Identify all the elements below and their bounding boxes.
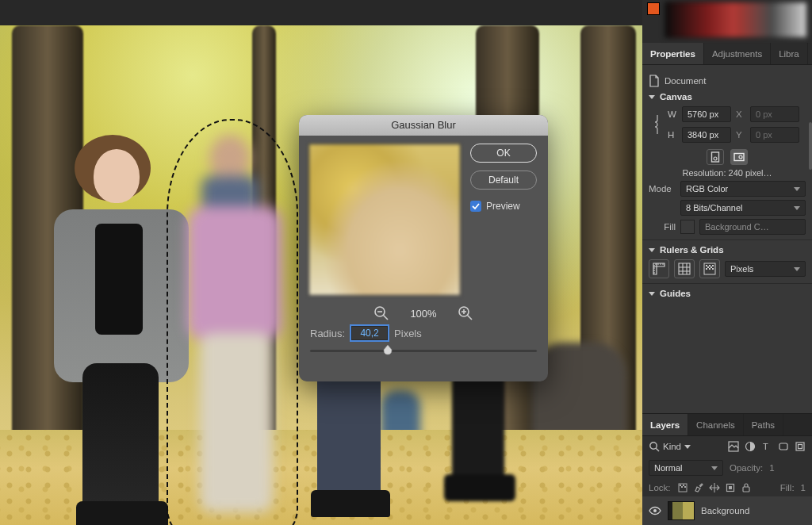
svg-rect-35: [743, 487, 749, 492]
svg-point-10: [739, 155, 742, 159]
svg-rect-16: [710, 266, 712, 268]
svg-rect-18: [709, 268, 710, 270]
lock-all-icon[interactable]: [741, 482, 752, 493]
resolution-text: Resolution: 240 pixel…: [682, 168, 772, 178]
blur-preview[interactable]: [308, 144, 461, 296]
chevron-down-icon: [794, 267, 800, 271]
layer-filter-kind[interactable]: Kind: [649, 441, 691, 452]
default-button[interactable]: Default: [470, 171, 537, 190]
blend-mode-select[interactable]: Normal: [649, 460, 723, 476]
gaussian-blur-dialog[interactable]: Gaussian Blur OK Default Preview 100%: [299, 115, 548, 381]
svg-rect-13: [709, 265, 710, 266]
layer-fill-value[interactable]: 1: [801, 483, 806, 492]
pixel-grid-button[interactable]: [699, 259, 720, 278]
svg-rect-15: [707, 266, 709, 268]
svg-line-6: [467, 316, 472, 320]
dialog-title[interactable]: Gaussian Blur: [299, 115, 548, 136]
lock-position-icon[interactable]: [709, 482, 720, 493]
x-label: X: [736, 109, 745, 119]
tab-libraries[interactable]: Libra: [771, 43, 808, 64]
zoom-out-icon[interactable]: [373, 305, 389, 321]
svg-rect-29: [680, 485, 681, 486]
zoom-percentage: 100%: [410, 308, 436, 320]
w-label: W: [668, 109, 677, 119]
guides-title: Guides: [660, 289, 691, 298]
link-dimensions-icon[interactable]: [652, 113, 663, 136]
tab-layers[interactable]: Layers: [642, 414, 688, 435]
preview-label: Preview: [486, 201, 520, 212]
layer-row-background[interactable]: Background: [642, 496, 812, 525]
filter-kind-label: Kind: [663, 442, 681, 451]
tab-properties[interactable]: Properties: [642, 43, 704, 64]
opacity-label: Opacity:: [730, 463, 763, 473]
section-rulers[interactable]: Rulers & Grids: [649, 245, 806, 255]
filter-type-icon[interactable]: T: [761, 441, 772, 452]
tab-adjustments[interactable]: Adjustments: [704, 43, 771, 64]
width-input[interactable]: 5760 px: [682, 106, 731, 122]
svg-point-36: [653, 509, 657, 512]
lock-brush-icon[interactable]: [693, 482, 704, 493]
layer-thumbnail[interactable]: [668, 501, 695, 520]
chevron-down-icon: [649, 292, 655, 296]
radius-slider[interactable]: [310, 342, 537, 359]
section-canvas[interactable]: Canvas: [649, 92, 806, 102]
svg-rect-25: [779, 443, 787, 450]
height-input[interactable]: 3840 px: [682, 127, 731, 143]
document-icon: [649, 75, 660, 87]
svg-rect-12: [706, 265, 707, 266]
svg-rect-34: [729, 486, 732, 489]
svg-point-20: [650, 443, 657, 449]
section-guides[interactable]: Guides: [649, 289, 806, 298]
lock-pixels-icon[interactable]: [677, 482, 688, 493]
fill-select[interactable]: Background C…: [699, 219, 806, 235]
svg-rect-30: [683, 485, 684, 486]
x-input: 0 px: [750, 106, 799, 122]
ruler-unit-select[interactable]: Pixels: [725, 261, 806, 277]
properties-scrollbar[interactable]: [809, 122, 812, 163]
color-preview-strip: [642, 0, 812, 43]
orientation-landscape-button[interactable]: [730, 149, 748, 165]
chevron-down-icon: [794, 206, 800, 210]
document-label: Document: [665, 76, 706, 86]
svg-point-8: [714, 157, 717, 160]
grid-button[interactable]: [674, 259, 695, 278]
h-label: H: [668, 130, 677, 140]
visibility-eye-icon[interactable]: [649, 506, 661, 515]
fill-value: Background C…: [705, 222, 769, 232]
svg-rect-27: [799, 445, 802, 449]
chevron-down-icon: [649, 95, 655, 99]
layer-name[interactable]: Background: [701, 506, 749, 515]
ok-button[interactable]: OK: [470, 144, 537, 163]
blend-mode-value: Normal: [654, 463, 682, 473]
filter-shape-icon[interactable]: [778, 441, 789, 452]
orientation-portrait-button[interactable]: [707, 149, 724, 165]
svg-rect-17: [706, 268, 707, 270]
tab-channels[interactable]: Channels: [688, 414, 744, 435]
tab-paths[interactable]: Paths: [744, 414, 783, 435]
bits-select[interactable]: 8 Bits/Channel: [680, 200, 806, 216]
opacity-value[interactable]: 1: [769, 463, 774, 473]
mode-label: Mode: [649, 184, 676, 194]
filter-smart-icon[interactable]: [795, 441, 806, 452]
rulers-title: Rulers & Grids: [660, 245, 724, 255]
radius-input[interactable]: [351, 326, 388, 340]
mode-select[interactable]: RGB Color: [680, 181, 806, 197]
filter-adjust-icon[interactable]: [745, 441, 756, 452]
lock-artboard-icon[interactable]: [725, 482, 736, 493]
svg-line-2: [384, 316, 389, 320]
document-canvas[interactable]: Gaussian Blur OK Default Preview 100%: [0, 0, 642, 525]
preview-checkbox[interactable]: [470, 201, 481, 212]
zoom-in-icon[interactable]: [458, 305, 473, 321]
foreground-swatch[interactable]: [647, 2, 660, 15]
slider-thumb-icon[interactable]: [381, 343, 394, 356]
canvas-title: Canvas: [660, 92, 692, 102]
ruler-unit-value: Pixels: [730, 264, 753, 274]
filter-pixel-icon[interactable]: [728, 441, 739, 452]
mode-value: RGB Color: [686, 184, 728, 194]
fill-swatch[interactable]: [680, 220, 695, 234]
properties-panel: Document Canvas W 5760 px X 0 px H 3840 …: [642, 65, 812, 306]
color-gradient[interactable]: [665, 2, 807, 38]
svg-rect-26: [796, 443, 804, 450]
y-input: 0 px: [750, 127, 799, 143]
ruler-button[interactable]: [649, 259, 669, 278]
